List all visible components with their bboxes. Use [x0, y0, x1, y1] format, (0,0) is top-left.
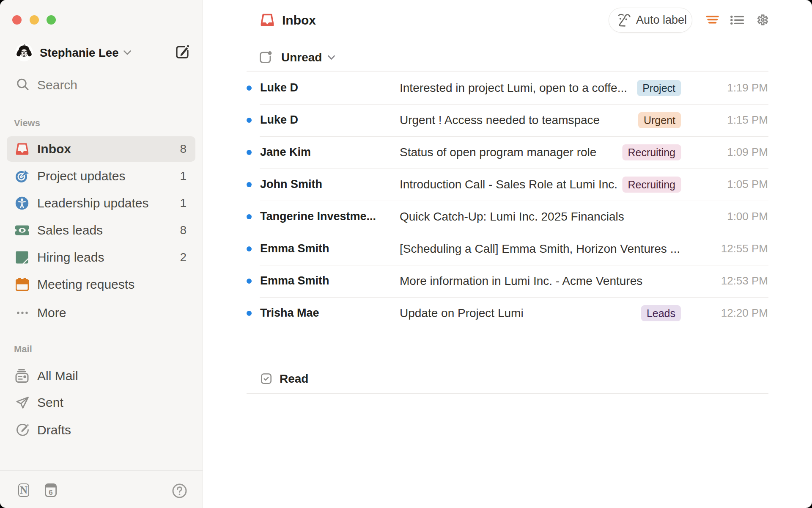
svg-text:6: 6	[49, 489, 52, 497]
